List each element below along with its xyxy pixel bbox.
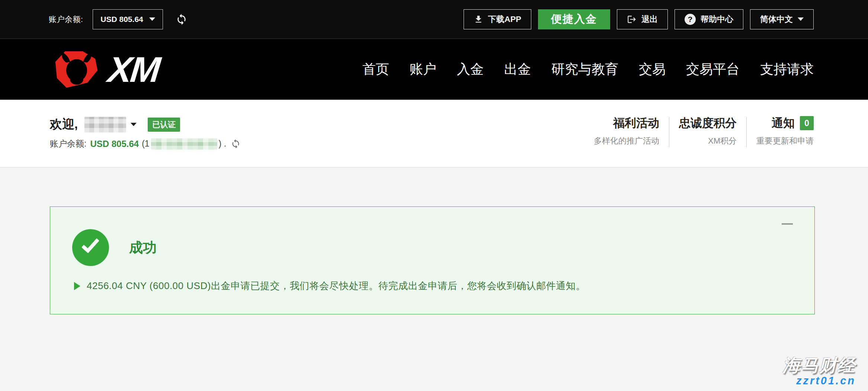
success-check-icon (72, 229, 109, 266)
success-title: 成功 (129, 238, 157, 257)
help-icon: ? (685, 14, 696, 25)
welcome-balance-value: USD 805.64 (90, 139, 139, 149)
success-message-text: 4256.04 CNY (600.00 USD)出金申请已提交，我们将会尽快处理… (87, 279, 586, 292)
nav-item-withdraw[interactable]: 出金 (504, 60, 531, 78)
site-watermark: 海马财经 zzrt01.cn (783, 356, 856, 387)
welcome-quick-links: 福利活动 多样化的推广活动 忠诚度积分 XM积分 通知 0 重要更新和申请 (584, 100, 814, 167)
download-app-label: 下载APP (488, 14, 521, 25)
language-selector-button[interactable]: 简体中文 (750, 9, 814, 29)
chevron-down-icon (149, 17, 155, 21)
collapse-panel-icon[interactable] (782, 223, 793, 225)
language-label: 简体中文 (760, 14, 793, 25)
loyalty-points-widget[interactable]: 忠诚度积分 XM积分 (669, 115, 746, 147)
main-content: 成功 4256.04 CNY (600.00 USD)出金申请已提交，我们将会尽… (0, 167, 868, 391)
verified-status-badge: 已认证 (148, 118, 180, 132)
bullet-triangle-icon (74, 282, 80, 290)
success-message-row: 4256.04 CNY (600.00 USD)出金申请已提交，我们将会尽快处理… (50, 279, 814, 292)
refresh-icon[interactable] (176, 13, 188, 25)
account-number-prefix: (1 (142, 139, 149, 149)
top-utility-bar: 账户余额: USD 805.64 下载APP 便捷入金 (0, 0, 868, 39)
quick-deposit-button[interactable]: 便捷入金 (538, 9, 610, 29)
main-navigation-bar: XM 首页 账户 入金 出金 研究与教育 交易 交易平台 支持请求 (0, 39, 868, 100)
notifications-title: 通知 (772, 115, 795, 131)
loyalty-subtitle: XM积分 (679, 135, 737, 147)
notifications-subtitle: 重要更新和申请 (756, 135, 814, 147)
account-balance-dropdown[interactable]: USD 805.64 (93, 9, 163, 29)
refresh-icon[interactable] (231, 139, 241, 149)
welcome-band: 欢迎, 已认证 账户余额: USD 805.64 (1 ) . 福利活动 多样化… (0, 100, 868, 167)
loyalty-title: 忠诚度积分 (679, 115, 737, 131)
xm-logo[interactable]: XM (49, 50, 159, 89)
account-balance-value: USD 805.64 (100, 15, 143, 24)
help-center-button[interactable]: ? 帮助中心 (675, 9, 743, 29)
xm-bull-icon (49, 50, 105, 89)
redacted-username (84, 117, 126, 132)
nav-item-support[interactable]: 支持请求 (760, 60, 814, 78)
xm-client-portal-page: 账户余额: USD 805.64 下载APP 便捷入金 (0, 0, 868, 391)
watermark-url: zzrt01.cn (783, 375, 856, 387)
logout-label: 退出 (641, 14, 658, 25)
download-app-button[interactable]: 下载APP (464, 9, 531, 29)
chevron-down-icon (798, 17, 804, 21)
help-center-label: 帮助中心 (701, 14, 733, 25)
nav-item-research-education[interactable]: 研究与教育 (551, 60, 618, 78)
welcome-info: 欢迎, 已认证 账户余额: USD 805.64 (1 ) . (50, 100, 241, 167)
xm-logo-text: XM (106, 52, 161, 87)
notifications-widget[interactable]: 通知 0 重要更新和申请 (747, 115, 814, 147)
download-icon (474, 15, 483, 24)
withdrawal-success-panel: 成功 4256.04 CNY (600.00 USD)出金申请已提交，我们将会尽… (50, 206, 815, 314)
topbar-balance-label: 账户余额: (49, 14, 83, 25)
nav-item-home[interactable]: 首页 (362, 60, 389, 78)
topbar-actions: 下载APP 便捷入金 退出 ? 帮助中心 简体中文 (464, 9, 814, 29)
success-header: 成功 (50, 207, 814, 266)
welcome-row: 欢迎, 已认证 (50, 116, 241, 133)
nav-item-account[interactable]: 账户 (410, 60, 436, 78)
account-number-suffix: ) . (219, 139, 226, 149)
promotions-title: 福利活动 (594, 115, 659, 131)
notification-count-badge: 0 (800, 116, 814, 130)
chevron-down-icon[interactable] (131, 123, 137, 126)
nav-item-trading[interactable]: 交易 (639, 60, 666, 78)
balance-row: 账户余额: USD 805.64 (1 ) . (50, 138, 241, 150)
logout-icon (627, 15, 637, 24)
nav-item-platforms[interactable]: 交易平台 (686, 60, 740, 78)
quick-deposit-label: 便捷入金 (551, 12, 597, 27)
nav-item-deposit[interactable]: 入金 (457, 60, 484, 78)
welcome-balance-label: 账户余额: (50, 138, 86, 150)
promotions-widget[interactable]: 福利活动 多样化的推广活动 (584, 115, 669, 147)
redacted-account-number (151, 138, 217, 150)
watermark-brand: 海马财经 (783, 356, 856, 375)
checkmark-glyph (81, 235, 100, 253)
nav-menu: 首页 账户 入金 出金 研究与教育 交易 交易平台 支持请求 (362, 60, 814, 78)
logout-button[interactable]: 退出 (617, 9, 668, 29)
topbar-balance-group: 账户余额: USD 805.64 (49, 9, 188, 29)
welcome-greeting: 欢迎, (50, 116, 78, 133)
promotions-subtitle: 多样化的推广活动 (594, 135, 659, 147)
